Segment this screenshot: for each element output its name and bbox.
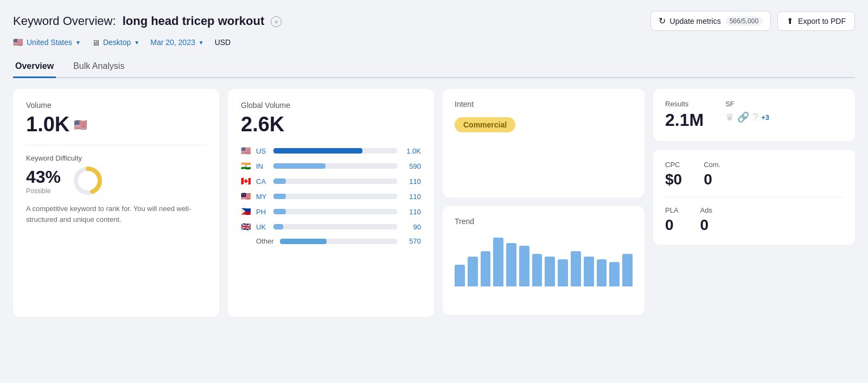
tab-overview[interactable]: Overview (13, 57, 56, 78)
kd-description: A competitive keyword to rank for. You w… (26, 203, 206, 225)
count-ca: 110 (401, 177, 421, 186)
cpc-com-row: CPC $0 Com. 0 (665, 161, 843, 188)
trend-bar-item (519, 246, 529, 286)
country-row-in: 🇮🇳 IN 590 (241, 161, 421, 171)
country-row-uk: 🇬🇧 UK 90 (241, 222, 421, 232)
intent-label: Intent (455, 100, 633, 108)
bar-ph (273, 209, 397, 214)
volume-divider (26, 145, 206, 145)
pla-label: PLA (665, 206, 679, 214)
country-row-other: Other 570 (241, 237, 421, 245)
country-row-ph: 🇵🇭 PH 110 (241, 207, 421, 216)
global-volume-card: Global Volume 2.6K 🇺🇸 US 1.0K 🇮🇳 IN 590 (228, 89, 434, 317)
country-row-ca: 🇨🇦 CA 110 (241, 176, 421, 186)
bar-in (273, 163, 397, 169)
country-filter[interactable]: 🇺🇸 United States ▼ (13, 37, 81, 47)
code-uk: UK (256, 223, 269, 231)
bar-fill-my (273, 194, 286, 199)
trend-bar-item (571, 251, 581, 286)
add-keyword-icon[interactable]: + (271, 16, 282, 27)
trend-bar-item (481, 251, 491, 286)
pla-ads-row: PLA 0 Ads 0 (665, 206, 843, 234)
export-icon: ⬆ (787, 16, 794, 26)
col3: Intent Commercial Trend (443, 89, 644, 315)
intent-card: Intent Commercial (443, 89, 644, 197)
flag-my: 🇲🇾 (241, 192, 252, 201)
bar-fill-ca (273, 178, 286, 184)
flag-in: 🇮🇳 (241, 161, 252, 171)
tab-bulk-analysis[interactable]: Bulk Analysis (71, 57, 126, 78)
bar-ca (273, 178, 397, 184)
date-filter[interactable]: Mar 20, 2023 ▼ (150, 38, 203, 47)
cpc-card: CPC $0 Com. 0 PLA 0 Ads (653, 150, 855, 245)
trend-bar-item (597, 259, 607, 286)
export-pdf-button[interactable]: ⬆ Export to PDF (777, 11, 855, 31)
cards-row: Volume 1.0K 🇺🇸 Keyword Difficulty 43% Po… (13, 89, 855, 317)
results-block: Results 2.1M (665, 100, 704, 130)
sf-plus: +3 (761, 113, 769, 122)
count-us: 1.0K (401, 147, 421, 155)
code-ca: CA (256, 177, 269, 186)
bar-fill-us (273, 148, 362, 154)
global-volume-label: Global Volume (241, 101, 421, 110)
kd-row: 43% Possible (26, 164, 206, 197)
results-label: Results (665, 100, 704, 108)
country-chevron-icon: ▼ (75, 40, 81, 46)
kd-possible: Possible (26, 187, 61, 195)
update-badge: 566/5,000 (725, 16, 763, 26)
cpc-value: $0 (665, 171, 682, 188)
trend-bar-item (609, 262, 620, 286)
volume-value: 1.0K 🇺🇸 (26, 113, 206, 136)
pla-value: 0 (665, 216, 679, 234)
kd-left: 43% Possible (26, 167, 61, 195)
count-my: 110 (401, 193, 421, 201)
trend-bar-item (545, 257, 555, 286)
tabs-row: Overview Bulk Analysis (13, 56, 855, 78)
results-value: 2.1M (665, 110, 704, 130)
crown-icon: ♛ (725, 111, 734, 123)
trend-bar-item (532, 254, 542, 286)
trend-bar-item (506, 243, 516, 286)
kd-label: Keyword Difficulty (26, 154, 206, 162)
sf-label: SF (725, 100, 769, 108)
ads-value: 0 (700, 216, 712, 234)
count-in: 590 (401, 162, 421, 170)
sf-icons: ♛ 🔗 ? +3 (725, 111, 769, 123)
country-row-my: 🇲🇾 MY 110 (241, 192, 421, 201)
trend-bar-item (622, 254, 633, 286)
count-ph: 110 (401, 208, 421, 216)
results-card: Results 2.1M SF ♛ 🔗 ? +3 (653, 89, 855, 141)
bar-fill-in (273, 163, 326, 169)
trend-bar-item (558, 259, 568, 286)
cpc-block: CPC $0 (665, 161, 682, 188)
trend-bar-item (584, 257, 594, 286)
cpc-label: CPC (665, 161, 682, 169)
ads-block: Ads 0 (700, 206, 712, 234)
link-icon: 🔗 (737, 111, 749, 123)
cpc-divider (665, 197, 843, 197)
bar-uk (273, 224, 397, 229)
device-filter[interactable]: 🖥 Desktop ▼ (92, 38, 139, 47)
com-value: 0 (704, 171, 720, 188)
bar-my (273, 194, 397, 199)
bar-fill-ph (273, 209, 286, 214)
trend-bar-item (468, 257, 478, 286)
country-row-us: 🇺🇸 US 1.0K (241, 146, 421, 156)
count-uk: 90 (401, 223, 421, 231)
bar-fill-uk (273, 224, 283, 229)
code-my: MY (256, 193, 269, 201)
header-actions: ↻ Update metrics 566/5,000 ⬆ Export to P… (650, 11, 855, 31)
code-in: IN (256, 162, 269, 170)
code-ph: PH (256, 208, 269, 216)
code-other: Other (256, 237, 276, 245)
date-chevron-icon: ▼ (199, 40, 204, 46)
question-icon: ? (752, 112, 758, 123)
update-metrics-button[interactable]: ↻ Update metrics 566/5,000 (650, 11, 771, 31)
page-title: Keyword Overview: long head tricep worko… (13, 14, 282, 28)
desktop-icon: 🖥 (92, 38, 100, 47)
count-other: 570 (401, 237, 421, 245)
sf-block: SF ♛ 🔗 ? +3 (725, 100, 769, 123)
flag-uk: 🇬🇧 (241, 222, 252, 232)
code-us: US (256, 147, 269, 155)
com-label: Com. (704, 161, 720, 169)
